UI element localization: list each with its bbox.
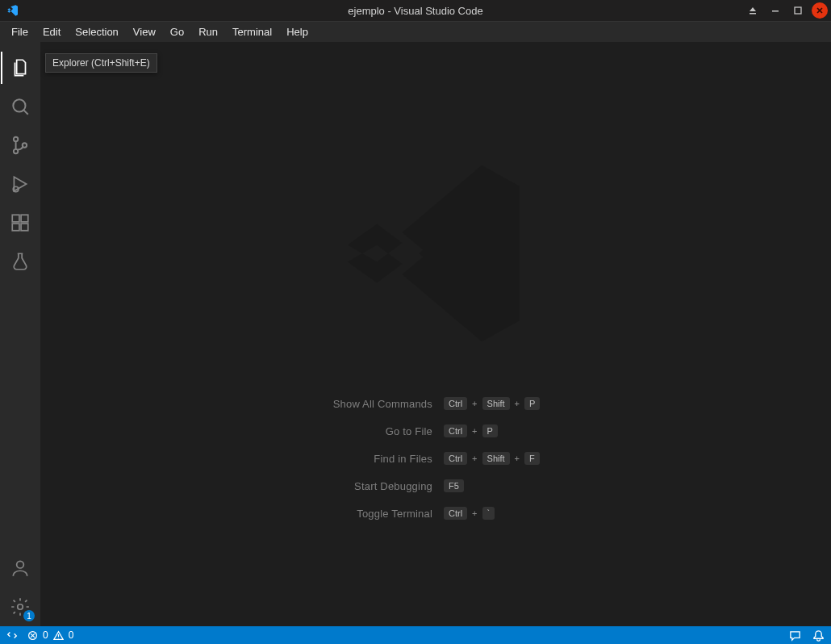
menu-view[interactable]: View: [127, 24, 162, 40]
activity-settings[interactable]: 1: [1, 588, 40, 626]
svg-rect-0: [772, 10, 779, 12]
vscode-watermark-icon: [331, 148, 541, 358]
shortcut-keys: Ctrl+`: [444, 507, 654, 520]
warning-icon: [53, 630, 64, 641]
activity-bar: 1: [0, 42, 40, 626]
bell-icon[interactable]: [812, 629, 825, 642]
status-bar: 0 0: [0, 626, 831, 644]
menu-file[interactable]: File: [5, 24, 35, 40]
explorer-tooltip: Explorer (Ctrl+Shift+E): [45, 53, 157, 73]
editor-area: Show All Commands Ctrl+Shift+P Go to Fil…: [40, 42, 831, 626]
activity-extensions[interactable]: [1, 203, 40, 242]
menu-bar: File Edit Selection View Go Run Terminal…: [0, 21, 831, 42]
activity-search[interactable]: [1, 87, 40, 126]
welcome-shortcuts: Show All Commands Ctrl+Shift+P Go to Fil…: [218, 397, 654, 520]
error-count: 0: [43, 629, 48, 641]
menu-help[interactable]: Help: [280, 24, 315, 40]
menu-terminal[interactable]: Terminal: [226, 24, 278, 40]
shortcut-label: Go to File: [218, 425, 444, 437]
feedback-icon[interactable]: [789, 629, 801, 642]
shortcut-keys: F5: [444, 479, 654, 492]
activity-testing[interactable]: [1, 242, 40, 281]
status-remote[interactable]: [6, 629, 18, 641]
close-icon[interactable]: [812, 2, 828, 19]
svg-point-3: [14, 137, 18, 141]
svg-rect-1: [795, 7, 801, 14]
svg-rect-10: [21, 224, 28, 231]
menu-selection[interactable]: Selection: [69, 24, 124, 40]
window-title: ejemplo - Visual Studio Code: [0, 5, 831, 17]
maximize-icon[interactable]: [789, 3, 807, 18]
shortcut-keys: Ctrl+Shift+P: [444, 397, 654, 410]
window-controls: [744, 2, 831, 19]
status-problems[interactable]: 0 0: [27, 629, 73, 641]
activity-explorer[interactable]: [1, 48, 40, 87]
activity-run-debug[interactable]: [1, 165, 40, 203]
remote-icon: [6, 629, 18, 641]
workbench: 1 Explorer (Ctrl+Shift+E) Show All Comma…: [0, 42, 831, 626]
shortcut-label: Show All Commands: [218, 398, 444, 410]
menu-go[interactable]: Go: [164, 24, 190, 40]
svg-point-2: [13, 99, 25, 111]
shortcut-keys: Ctrl+P: [444, 424, 654, 437]
title-bar: ejemplo - Visual Studio Code: [0, 0, 831, 21]
svg-point-4: [14, 149, 18, 153]
shortcut-keys: Ctrl+Shift+F: [444, 452, 654, 465]
svg-rect-7: [12, 215, 19, 222]
error-icon: [27, 630, 38, 641]
svg-point-12: [18, 604, 23, 610]
shortcut-label: Find in Files: [218, 453, 444, 465]
menu-run[interactable]: Run: [192, 24, 224, 40]
shortcut-label: Start Debugging: [218, 480, 444, 492]
warning-count: 0: [69, 629, 74, 641]
svg-rect-9: [12, 224, 19, 231]
svg-rect-8: [21, 215, 28, 222]
svg-point-11: [17, 561, 24, 568]
menu-edit[interactable]: Edit: [36, 24, 67, 40]
shortcut-label: Toggle Terminal: [218, 508, 444, 520]
settings-badge: 1: [23, 610, 35, 621]
activity-accounts[interactable]: [1, 549, 40, 588]
activity-source-control[interactable]: [1, 126, 40, 165]
minimize-icon[interactable]: [766, 3, 784, 18]
vscode-logo-icon: [5, 2, 21, 19]
eject-icon[interactable]: [744, 3, 762, 18]
